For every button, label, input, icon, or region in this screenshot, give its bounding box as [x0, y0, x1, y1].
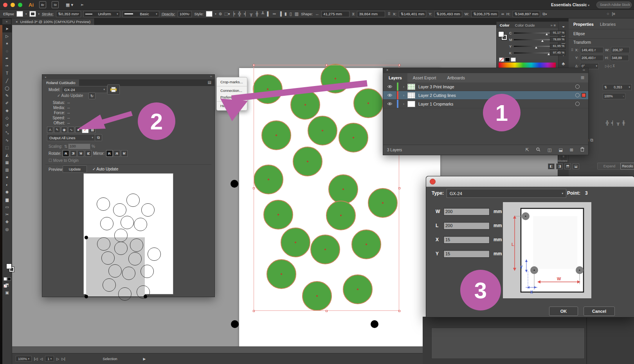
x-field[interactable]: ⇅ 149,401 mm — [399, 11, 427, 17]
fill-square-icon[interactable]: ■ — [75, 127, 81, 133]
refresh-icon[interactable]: ↻ — [88, 92, 95, 99]
make-mask-icon[interactable]: ◫ — [548, 147, 551, 152]
opacity-field[interactable]: 100% › — [178, 11, 192, 17]
crop-field-input[interactable]: 200 — [443, 222, 490, 230]
align-icon-4[interactable]: ╫ — [256, 11, 259, 16]
maximize-window-icon[interactable] — [18, 3, 22, 7]
next-artboard-icon[interactable]: ▷ — [56, 357, 59, 361]
align-icon-7[interactable]: ═ — [273, 11, 276, 16]
dialog-title-bar[interactable] — [426, 176, 634, 187]
tab-color-guide[interactable]: Color Guide — [513, 23, 537, 27]
prop-h-field[interactable]: 348,89 — [610, 55, 629, 61]
fill-swatch[interactable] — [6, 264, 12, 269]
style-swatch[interactable] — [206, 11, 213, 17]
expand-button[interactable]: Expand — [597, 163, 621, 170]
tab-properties[interactable]: Properties — [573, 22, 594, 27]
mesh-tool[interactable]: ▦ — [2, 159, 12, 166]
color-spectrum-bar[interactable] — [499, 63, 556, 68]
slider-track[interactable] — [514, 46, 550, 47]
pencil-tool[interactable]: ✐ — [2, 99, 12, 107]
rotate-180-button[interactable]: R — [77, 150, 84, 157]
crop-field-input[interactable]: 200 — [443, 208, 490, 215]
visibility-eye-icon[interactable] — [383, 82, 397, 91]
tab-color[interactable]: Color — [497, 23, 513, 27]
arrange-icon[interactable]: |≡ — [612, 12, 615, 16]
target-circle-icon[interactable] — [575, 93, 580, 97]
slider-thumb-icon[interactable] — [541, 40, 544, 42]
tab-layers[interactable]: Layers — [383, 73, 407, 82]
expand-chevron-icon[interactable]: › — [403, 85, 404, 89]
minus-front-icon[interactable]: ◨ — [556, 163, 563, 169]
rotate-90-button[interactable]: R — [70, 150, 77, 157]
gradient-mode-icon[interactable] — [7, 277, 11, 281]
black-swatch-icon[interactable] — [505, 57, 510, 62]
scaling-stepper-icon[interactable]: ⇅ — [64, 144, 67, 149]
close-panel-icon[interactable]: × — [383, 68, 388, 72]
close-dialog-icon[interactable] — [430, 179, 436, 185]
curvature-tool[interactable]: ✑ — [2, 62, 12, 70]
gradient-tool[interactable]: ▥ — [2, 166, 12, 174]
shape-builder-tool[interactable]: ◭ — [2, 151, 12, 159]
reference-point-icon[interactable]: ⠿ — [387, 12, 390, 16]
gpu-performance-icon[interactable]: ➣ — [80, 2, 84, 7]
move-to-origin-checkbox[interactable]: ☐ Move to Origin — [49, 158, 79, 163]
model-select[interactable]: GX-24▾ — [62, 86, 107, 93]
align-icon-10[interactable]: ▯ — [290, 11, 292, 16]
tab-asset-export[interactable]: Asset Export — [407, 73, 442, 82]
width-tool[interactable]: ∿ — [2, 136, 12, 144]
shaper-tool[interactable]: ◈ — [2, 107, 12, 114]
zoom-level-select[interactable]: 100% ▾ — [16, 356, 32, 362]
stroke-weight-field[interactable]: ⇅ 0,353 mm ▾ — [56, 11, 81, 17]
unite-icon[interactable]: ◧ — [548, 163, 555, 169]
slider-thumb-icon[interactable] — [548, 53, 550, 55]
locate-object-icon[interactable] — [536, 147, 540, 152]
layer-row[interactable]: ›Layer 3 Print Image — [383, 82, 588, 91]
constrain-proportions-icon[interactable]: ∞ — [501, 12, 504, 16]
align-icon-3[interactable]: ╥ — [250, 11, 253, 16]
new-sublayer-icon[interactable]: ⬓ — [558, 147, 562, 152]
mirror-button-1[interactable]: Я — [113, 150, 120, 157]
stroke-weight-label[interactable]: Stroke: — [42, 12, 54, 16]
collapse-panel-icon[interactable]: » — [2, 19, 11, 24]
channel-value[interactable]: 61,95 % — [550, 44, 566, 49]
align-icon-5[interactable]: ╨ — [261, 11, 265, 16]
appearance-opacity-field[interactable]: 100% › — [603, 93, 625, 99]
pattern-icon[interactable]: ▦ — [89, 127, 95, 133]
slider-track[interactable] — [514, 32, 550, 34]
align-icon-11[interactable]: ▥ — [295, 11, 299, 16]
line-tool[interactable]: ╱ — [2, 77, 12, 84]
layer-name[interactable]: Layer 1 Cropmarks — [418, 102, 453, 106]
align-sliver-icons[interactable]: ╬╡╥╫ — [606, 120, 627, 125]
rotate-270-button[interactable]: R — [85, 150, 92, 157]
new-layer-icon[interactable]: ⊞ — [570, 147, 573, 152]
menu-item-preference[interactable]: Preference... — [217, 94, 247, 100]
shape-mode-buttons[interactable]: ◧◨⬒⬓ — [548, 162, 581, 169]
magic-wand-tool[interactable]: ✶ — [2, 40, 12, 47]
align-icon-9[interactable]: ▮ — [285, 11, 287, 16]
cancel-button[interactable]: Cancel — [584, 307, 615, 316]
h-field[interactable]: ⇅ 348,897 mm — [513, 11, 540, 17]
menu-item-connection[interactable]: Connection... — [217, 87, 247, 94]
selection-tool[interactable]: ➤ — [2, 25, 12, 32]
cutstudio-menu-icon[interactable]: ▤ — [208, 80, 211, 84]
shape-height-field[interactable]: 39,864 mm — [357, 11, 385, 17]
slider-track[interactable] — [514, 39, 550, 40]
workspace-switcher[interactable]: Essentials Classic ▾ — [551, 2, 589, 7]
last-artboard-icon[interactable]: ▷| — [61, 357, 65, 361]
artboard-number-select[interactable]: 1 ▾ — [45, 356, 54, 362]
pen-icon[interactable]: ✎ — [54, 127, 60, 133]
layer-thumbnail[interactable] — [407, 84, 415, 90]
fill-stroke-mini[interactable] — [497, 28, 508, 56]
menu-item-help[interactable]: Help... — [217, 102, 247, 109]
channel-value[interactable]: 78,69 % — [550, 37, 566, 42]
document-setup-icon[interactable]: ⊜ — [219, 12, 222, 16]
collapse-panel-arrows-icon[interactable]: ‹‹ — [583, 68, 588, 72]
layers-menu-icon[interactable]: ≡ — [581, 74, 588, 81]
draw-mode-icon[interactable]: ⬒ — [2, 281, 12, 289]
cutstudio-tab[interactable]: Roland CutStudio — [42, 79, 79, 86]
output-lines-select[interactable]: Output All Lines▾ — [47, 134, 95, 141]
direct-selection-tool[interactable]: ▷ — [2, 32, 12, 40]
align-icon-1[interactable]: ╬ — [238, 11, 241, 16]
scale-tool[interactable]: ⤡ — [2, 129, 12, 136]
type-select[interactable]: GX-24▾ — [447, 189, 566, 198]
